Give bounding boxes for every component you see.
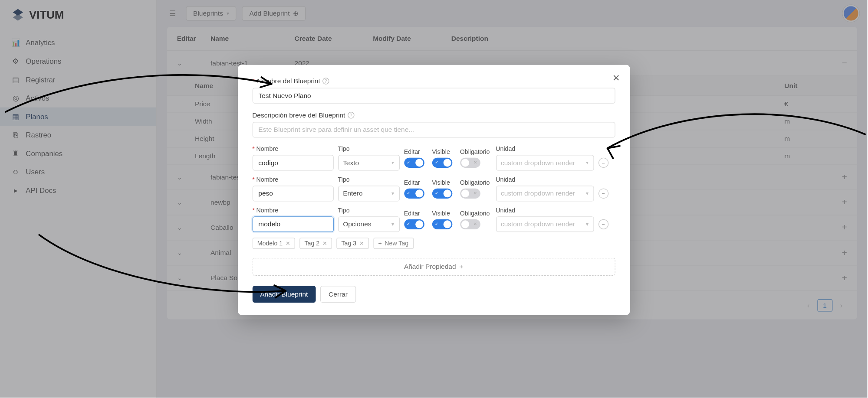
toggle-obligatorio[interactable]: ✕ (460, 189, 480, 199)
blueprint-name-input[interactable] (252, 88, 615, 104)
chevron-down-icon: ▾ (586, 222, 589, 227)
property-row: * NombreTipoOpciones▾Editar✓Visible✓Obli… (252, 207, 615, 232)
remove-property-button[interactable]: − (598, 189, 608, 199)
toggle-obligatorio[interactable]: ✕ (460, 219, 480, 229)
info-icon: ? (348, 112, 354, 118)
remove-tag-icon[interactable]: ✕ (286, 240, 290, 246)
desc-label: Descripción breve del Blueprint? (252, 111, 615, 119)
property-row: * NombreTipoEntero▾Editar✓Visible✓Obliga… (252, 176, 615, 201)
tag-chip[interactable]: Tag 3✕ (336, 238, 369, 249)
prop-type-select[interactable]: Texto▾ (338, 155, 400, 170)
new-tag-button[interactable]: + New Tag (373, 238, 414, 249)
prop-type-select[interactable]: Entero▾ (338, 186, 400, 201)
tags-row: Modelo 1✕ Tag 2✕ Tag 3✕ + New Tag (252, 238, 615, 249)
remove-property-button[interactable]: − (598, 158, 608, 168)
property-row: * NombreTipoTexto▾Editar✓Visible✓Obligat… (252, 145, 615, 170)
cancel-button[interactable]: Cerrar (320, 286, 356, 303)
add-property-button[interactable]: Añadir Propiedad + (252, 258, 615, 276)
add-blueprint-modal: ✕ *Nombre del Blueprint? Descripción bre… (238, 65, 630, 315)
chevron-down-icon: ▾ (391, 222, 394, 227)
toggle-editar[interactable]: ✓ (404, 158, 424, 168)
prop-name-input[interactable] (252, 155, 333, 170)
prop-name-input[interactable] (252, 216, 333, 232)
toggle-visible[interactable]: ✓ (432, 158, 452, 168)
chevron-down-icon: ▾ (391, 160, 394, 166)
remove-tag-icon[interactable]: ✕ (322, 240, 327, 246)
blueprint-desc-input[interactable] (252, 122, 615, 137)
prop-unit-select[interactable]: custom dropdown render▾ (496, 186, 594, 201)
toggle-obligatorio[interactable]: ✕ (460, 158, 480, 168)
submit-button[interactable]: Añadir Blueprint (252, 286, 316, 303)
remove-tag-icon[interactable]: ✕ (359, 240, 364, 246)
prop-unit-select[interactable]: custom dropdown render▾ (496, 155, 594, 170)
tag-chip[interactable]: Modelo 1✕ (252, 238, 295, 249)
toggle-visible[interactable]: ✓ (432, 219, 452, 229)
toggle-visible[interactable]: ✓ (432, 189, 452, 199)
chevron-down-icon: ▾ (586, 191, 589, 196)
chevron-down-icon: ▾ (586, 160, 589, 166)
chevron-down-icon: ▾ (391, 191, 394, 196)
remove-property-button[interactable]: − (598, 219, 608, 229)
prop-type-select[interactable]: Opciones▾ (338, 216, 400, 232)
prop-unit-select[interactable]: custom dropdown render▾ (496, 216, 594, 232)
toggle-editar[interactable]: ✓ (404, 219, 424, 229)
info-icon: ? (322, 78, 329, 84)
tag-chip[interactable]: Tag 2✕ (299, 238, 332, 249)
close-button[interactable]: ✕ (612, 73, 620, 84)
prop-name-input[interactable] (252, 186, 333, 201)
name-label: *Nombre del Blueprint? (252, 77, 615, 85)
toggle-editar[interactable]: ✓ (404, 189, 424, 199)
